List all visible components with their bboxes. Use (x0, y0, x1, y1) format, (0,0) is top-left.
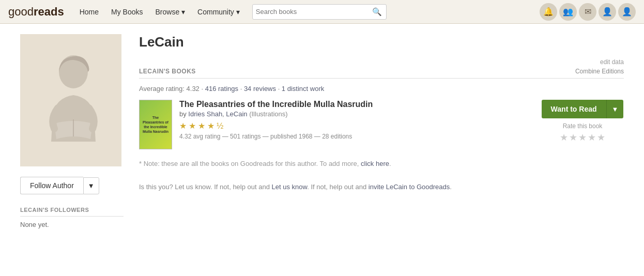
books-section-title: LECAIN'S BOOKS (139, 68, 196, 75)
logo-light-text: good (8, 5, 34, 18)
star-5-half: ½ (217, 121, 223, 131)
is-this-you-text: Is this you? Let us know. If not, help o… (139, 183, 270, 191)
note-text-content: * Note: these are all the books on Goodr… (139, 160, 359, 167)
edit-data-link[interactable]: edit data (600, 58, 624, 66)
followers-none-text: None yet. (20, 221, 124, 228)
search-button[interactable]: 🔍 (371, 7, 383, 17)
friends-icon[interactable]: 👥 (559, 3, 577, 21)
note-text: * Note: these are all the books on Goodr… (139, 160, 624, 167)
book-meta: 4.32 avg rating — 501 ratings — publishe… (179, 133, 534, 140)
distinct-work-link[interactable]: 1 distinct work (282, 85, 324, 93)
profile-icon[interactable]: 👤 (599, 3, 616, 21)
right-content: LeCain edit data LECAIN'S BOOKS Combine … (139, 34, 624, 228)
follow-author-container: Follow Author ▼ (20, 177, 124, 194)
rate-stars: ★ ★ ★ ★ ★ (560, 132, 605, 143)
click-here-link[interactable]: click here (361, 160, 389, 167)
reviews-link[interactable]: 34 reviews (244, 85, 276, 93)
star-3: ★ (198, 121, 205, 131)
chevron-down-icon: ▼ (88, 182, 95, 190)
account-icon[interactable]: 👤 (618, 3, 636, 21)
is-this-you: Is this you? Let us know. If not, help o… (139, 183, 624, 191)
star-1: ★ (179, 121, 187, 131)
book-author: by Idries Shah, LeCain (Illustrations) (179, 110, 534, 118)
book-cover: The Pleasantries of the Incredible Mulla… (139, 100, 172, 149)
book-published: published 1968 (270, 133, 312, 140)
book-info: The Pleasantries of the Incredible Mulla… (179, 100, 534, 140)
avg-rating-label: Average rating: (139, 85, 187, 93)
book-illustrator-link[interactable]: LeCain (226, 110, 247, 118)
rate-star-1[interactable]: ★ (560, 132, 568, 143)
rate-star-2[interactable]: ★ (569, 132, 577, 143)
main-nav: Home My Books Browse ▾ Community ▾ (73, 0, 246, 24)
author-silhouette (35, 49, 107, 152)
search-input[interactable] (256, 8, 371, 16)
book-row: The Pleasantries of the Incredible Mulla… (139, 100, 624, 149)
rate-book-text: Rate this book (563, 122, 603, 130)
logo-bold-text: reads (34, 5, 64, 18)
edit-data-container: edit data (139, 58, 624, 66)
want-to-read-btn-group: Want to Read ▼ (542, 100, 624, 118)
nav-community[interactable]: Community ▾ (191, 0, 246, 24)
header-icons: 🔔 👥 ✉ 👤 👤 (540, 3, 636, 21)
author-photo (20, 34, 121, 166)
book-ratings: 501 ratings (230, 133, 260, 140)
avg-rating-value: 4.32 (187, 85, 200, 93)
main-container: Follow Author ▼ LECAIN'S FOLLOWERS None … (12, 24, 632, 239)
ratings-link[interactable]: 416 ratings (205, 85, 238, 93)
search-bar: 🔍 (252, 4, 387, 20)
followers-section-title: LECAIN'S FOLLOWERS (20, 207, 124, 217)
messages-icon[interactable]: ✉ (579, 3, 596, 21)
want-to-read-container: Want to Read ▼ Rate this book ★ ★ ★ ★ ★ (541, 100, 624, 143)
want-to-read-dropdown[interactable]: ▼ (606, 100, 624, 118)
book-stars-row: ★ ★ ★ ★ ½ (179, 121, 534, 131)
star-2: ★ (189, 121, 196, 131)
nav-browse[interactable]: Browse ▾ (149, 0, 192, 24)
let-us-know-link[interactable]: Let us know (272, 183, 308, 191)
nav-my-books[interactable]: My Books (105, 0, 149, 24)
books-section-header: LECAIN'S BOOKS Combine Editions (139, 68, 624, 79)
notifications-icon[interactable]: 🔔 (540, 3, 557, 21)
want-to-read-button[interactable]: Want to Read (542, 100, 606, 118)
invite-link[interactable]: invite LeCain to Goodreads (369, 183, 450, 191)
nav-home[interactable]: Home (73, 0, 105, 24)
rate-star-3[interactable]: ★ (578, 132, 587, 143)
followers-section: LECAIN'S FOLLOWERS None yet. (20, 207, 124, 228)
combine-editions-link[interactable]: Combine Editions (575, 68, 624, 75)
left-sidebar: Follow Author ▼ LECAIN'S FOLLOWERS None … (20, 34, 124, 228)
follow-author-dropdown[interactable]: ▼ (83, 177, 99, 194)
book-cover-text: The Pleasantries of the Incredible Mulla… (142, 115, 170, 134)
rate-star-5[interactable]: ★ (597, 132, 605, 143)
avg-rating-text: Average rating: 4.32 · 416 ratings · 34 … (139, 85, 624, 93)
book-avg-rating: 4.32 (179, 133, 191, 140)
book-author-link[interactable]: Idries Shah (188, 110, 222, 118)
book-editions: 28 editions (322, 133, 352, 140)
rate-star-4[interactable]: ★ (588, 132, 596, 143)
author-name: LeCain (139, 34, 624, 50)
site-logo[interactable]: goodreads (8, 5, 64, 19)
book-title[interactable]: The Pleasantries of the Incredible Mulla… (179, 100, 534, 109)
site-header: goodreads Home My Books Browse ▾ Communi… (0, 0, 644, 24)
star-4: ★ (207, 121, 214, 131)
follow-author-button[interactable]: Follow Author (20, 177, 83, 194)
book-illustrator-note: (Illustrations) (249, 110, 287, 118)
chevron-down-icon: ▼ (612, 105, 619, 113)
